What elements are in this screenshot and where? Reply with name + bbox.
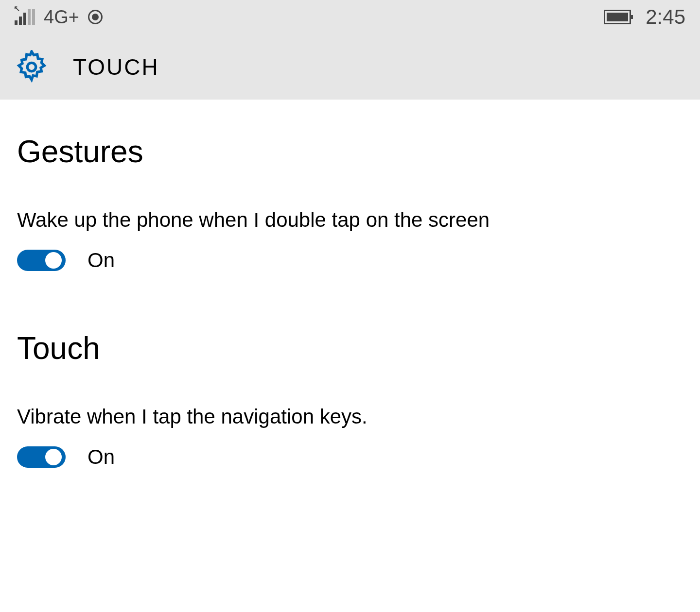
wake-on-tap-toggle-row: On: [17, 249, 683, 272]
wake-on-tap-state: On: [88, 249, 115, 272]
gestures-section: Gestures Wake up the phone when I double…: [17, 134, 683, 272]
status-left-group: ↖ 4G+: [15, 7, 103, 28]
vibrate-nav-toggle-row: On: [17, 445, 683, 469]
touch-section: Touch Vibrate when I tap the navigation …: [17, 330, 683, 469]
status-right-group: 2:45: [604, 5, 685, 29]
location-icon: [88, 10, 103, 24]
wake-on-tap-label: Wake up the phone when I double tap on t…: [17, 208, 683, 232]
svg-point-0: [27, 63, 36, 71]
clock-label: 2:45: [646, 5, 685, 29]
content-area: Gestures Wake up the phone when I double…: [0, 100, 700, 561]
vibrate-nav-label: Vibrate when I tap the navigation keys.: [17, 405, 683, 428]
status-bar: ↖ 4G+ 2:45: [0, 0, 700, 34]
vibrate-nav-toggle[interactable]: [17, 446, 66, 468]
battery-icon: [604, 10, 631, 24]
network-type-label: 4G+: [44, 7, 79, 28]
page-header: TOUCH: [0, 34, 700, 100]
gear-icon: [15, 50, 49, 84]
vibrate-nav-state: On: [88, 445, 115, 469]
wake-on-tap-toggle[interactable]: [17, 250, 66, 271]
signal-strength-icon: ↖: [15, 9, 35, 25]
page-title: TOUCH: [73, 54, 159, 80]
touch-heading: Touch: [17, 330, 683, 366]
gestures-heading: Gestures: [17, 134, 683, 170]
